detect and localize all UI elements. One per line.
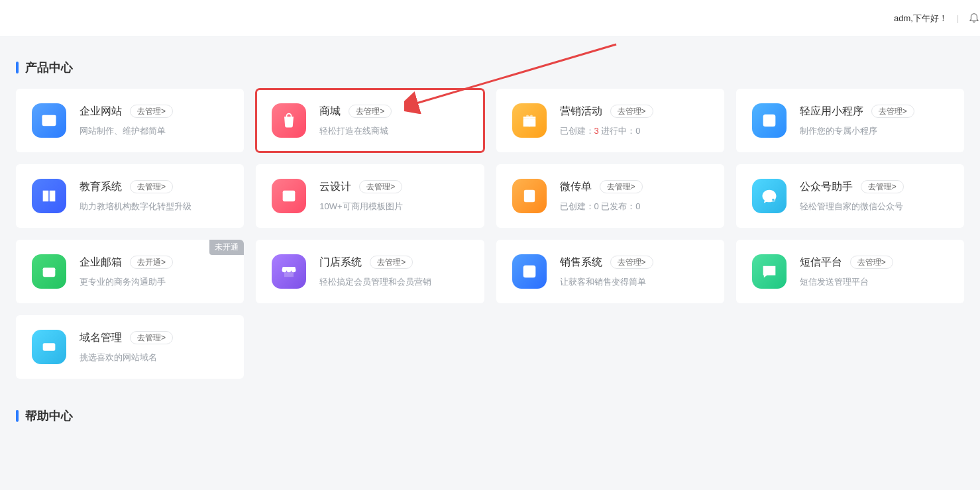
manage-button[interactable]: 去管理> <box>871 105 914 118</box>
card-body: 销售系统 去管理> 让获客和销售变得简单 <box>560 256 708 288</box>
svg-rect-27 <box>527 271 533 272</box>
manage-button[interactable]: 去管理> <box>610 105 653 118</box>
manage-button[interactable]: 去管理> <box>359 180 402 193</box>
website-icon <box>32 103 66 138</box>
card-title: 轻应用小程序 <box>800 105 863 119</box>
card-head: 短信平台 去管理> <box>800 256 948 270</box>
section-title-label: 产品中心 <box>25 60 73 75</box>
card-miniapp[interactable]: 轻应用小程序 去管理> 制作您的专属小程序 <box>736 89 964 152</box>
mail-icon <box>32 254 66 289</box>
card-head: 域名管理 去管理> <box>80 331 228 345</box>
card-body: 营销活动 去管理> 已创建：3 进行中：0 <box>560 105 708 137</box>
card-head: 公众号助手 去管理> <box>800 180 948 194</box>
card-enterprise-website[interactable]: 企业网站 去管理> 网站制作、维护都简单 <box>16 89 244 152</box>
image-icon <box>272 179 306 213</box>
card-body: 微传单 去管理> 已创建：0 已发布：0 <box>560 180 708 213</box>
card-sms-platform[interactable]: 短信平台 去管理> 短信发送管理平台 <box>736 240 964 303</box>
card-body: 域名管理 去管理> 挑选喜欢的网站域名 <box>80 331 228 364</box>
card-cloud-design[interactable]: 云设计 去管理> 10W+可商用模板图片 <box>256 164 484 228</box>
card-title: 公众号助手 <box>800 180 853 194</box>
manage-button[interactable]: 去管理> <box>850 256 893 269</box>
miniapp-icon <box>752 103 787 138</box>
manage-button[interactable]: 去管理> <box>370 256 413 269</box>
inprogress-label: 进行中： <box>599 126 636 136</box>
card-body: 商城 去管理> 轻松打造在线商城 <box>319 105 468 137</box>
list-icon <box>512 254 547 289</box>
card-head: 企业邮箱 去开通> <box>80 256 228 270</box>
manage-button[interactable]: 去管理> <box>130 105 173 118</box>
book-icon <box>32 179 66 213</box>
card-head: 企业网站 去管理> <box>80 105 228 119</box>
svg-rect-12 <box>52 193 54 193</box>
svg-rect-22 <box>284 272 294 277</box>
svg-text:w.=: w.= <box>44 345 52 350</box>
svg-rect-30 <box>766 270 772 271</box>
card-desc: 助力教培机构数字化转型升级 <box>80 201 228 213</box>
card-sales-system[interactable]: 销售系统 去管理> 让获客和销售变得简单 <box>496 240 724 303</box>
card-marketing-activity[interactable]: 营销活动 去管理> 已创建：3 进行中：0 <box>496 89 724 152</box>
manage-button[interactable]: 去管理> <box>349 105 392 118</box>
card-head: 销售系统 去管理> <box>560 256 708 270</box>
card-title: 销售系统 <box>560 256 602 270</box>
card-body: 公众号助手 去管理> 轻松管理自家的微信公众号 <box>800 180 948 213</box>
manage-button[interactable]: 去管理> <box>861 180 904 193</box>
svg-point-2 <box>44 116 45 117</box>
gift-icon <box>512 103 547 138</box>
card-education-system[interactable]: 教育系统 去管理> 助力教培机构数字化转型升级 <box>16 164 244 228</box>
card-desc: 已创建：0 已发布：0 <box>560 201 708 213</box>
svg-point-4 <box>48 116 50 117</box>
card-desc: 挑选喜欢的网站域名 <box>80 352 228 364</box>
card-desc: 让获客和销售变得简单 <box>560 276 708 288</box>
product-grid: 企业网站 去管理> 网站制作、维护都简单 商城 去管理> 轻松打造在线商城 <box>16 89 964 379</box>
svg-rect-10 <box>44 193 47 193</box>
card-title: 微传单 <box>560 180 592 194</box>
created-label: 已创建： <box>560 126 594 136</box>
manage-button[interactable]: 去管理> <box>600 180 643 193</box>
card-mall[interactable]: 商城 去管理> 轻松打造在线商城 <box>256 89 484 152</box>
manage-button[interactable]: 去管理> <box>130 331 173 344</box>
manage-button[interactable]: 去管理> <box>610 256 653 269</box>
mall-icon <box>272 103 306 138</box>
wechat-icon <box>752 179 787 213</box>
card-body: 企业网站 去管理> 网站制作、维护都简单 <box>80 105 228 137</box>
card-head: 轻应用小程序 去管理> <box>800 105 948 119</box>
svg-rect-7 <box>528 117 529 126</box>
card-desc: 短信发送管理平台 <box>800 276 948 288</box>
main-content: 产品中心 企业网站 去管理> 网站制作、维护都简单 商城 <box>0 37 980 424</box>
card-desc: 制作您的专属小程序 <box>800 125 948 137</box>
card-desc: 已创建：3 进行中：0 <box>560 125 708 137</box>
card-head: 云设计 去管理> <box>319 180 468 194</box>
manage-button[interactable]: 去管理> <box>130 180 173 193</box>
created-label: 已创建： <box>560 201 594 211</box>
svg-rect-24 <box>525 268 527 270</box>
greeting-text: adm,下午好！ <box>894 13 948 24</box>
card-head: 营销活动 去管理> <box>560 105 708 119</box>
card-desc: 网站制作、维护都简单 <box>80 125 228 137</box>
card-enterprise-email[interactable]: 未开通 企业邮箱 去开通> 更专业的商务沟通助手 <box>16 240 244 303</box>
card-title: 营销活动 <box>560 105 602 119</box>
open-button[interactable]: 去开通> <box>130 256 173 269</box>
card-micro-flyer[interactable]: 微传单 去管理> 已创建：0 已发布：0 <box>496 164 724 228</box>
published-count: 0 <box>635 201 640 211</box>
sms-icon <box>752 254 787 289</box>
svg-rect-29 <box>527 273 533 275</box>
card-title: 域名管理 <box>80 331 122 345</box>
svg-rect-31 <box>766 271 771 273</box>
card-store-system[interactable]: 门店系统 去管理> 轻松搞定会员管理和会员营销 <box>256 240 484 303</box>
card-body: 短信平台 去管理> 短信发送管理平台 <box>800 256 948 288</box>
card-wechat-assistant[interactable]: 公众号助手 去管理> 轻松管理自家的微信公众号 <box>736 164 964 228</box>
card-head: 商城 去管理> <box>319 105 468 119</box>
card-domain-management[interactable]: w.= 域名管理 去管理> 挑选喜欢的网站域名 <box>16 315 244 379</box>
svg-rect-19 <box>526 199 532 201</box>
card-title: 云设计 <box>319 180 351 194</box>
card-head: 门店系统 去管理> <box>319 256 468 270</box>
svg-rect-16 <box>523 190 534 203</box>
card-desc: 轻松搞定会员管理和会员营销 <box>319 276 468 288</box>
svg-rect-26 <box>525 271 527 272</box>
bell-icon[interactable] <box>968 11 980 25</box>
created-count: 0 <box>594 201 599 211</box>
card-desc: 更专业的商务沟通助手 <box>80 276 228 288</box>
svg-rect-13 <box>52 195 54 196</box>
svg-rect-18 <box>526 197 532 198</box>
section-title-help-center: 帮助中心 <box>16 408 964 424</box>
